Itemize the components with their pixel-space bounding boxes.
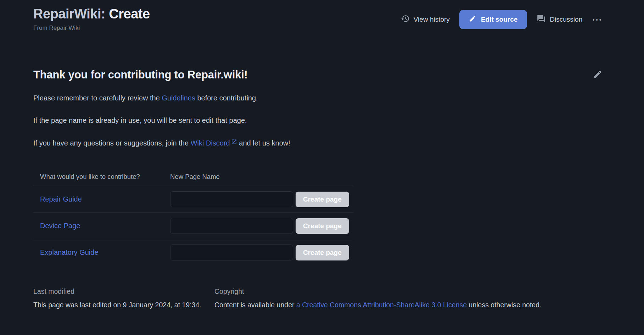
edit-source-button[interactable]: Edit source [459, 10, 527, 29]
table-row-explanatory-guide: Explanatory Guide Create page [33, 239, 354, 265]
intro-paragraph-pagename: If the page name is already in use, you … [33, 115, 603, 125]
page-header: RepairWiki: Create From Repair Wiki View… [33, 6, 603, 32]
discussion-button[interactable]: Discussion [537, 14, 582, 25]
pencil-icon [469, 15, 476, 24]
page-title: RepairWiki: Create [33, 6, 150, 22]
site-tagline: From Repair Wiki [33, 24, 150, 32]
external-link-icon [231, 138, 237, 146]
column-header-new-page-name: New Page Name [170, 173, 220, 181]
page-content-heading: Thank you for contributing to Repair.wik… [33, 68, 248, 81]
history-icon [401, 14, 410, 25]
create-device-page-button[interactable]: Create page [296, 218, 349, 234]
p3-text-after: and let us know! [237, 139, 290, 147]
view-history-button[interactable]: View history [401, 14, 450, 25]
create-repair-guide-button[interactable]: Create page [296, 192, 349, 207]
wiki-discord-label: Wiki Discord [191, 139, 230, 147]
discussion-label: Discussion [550, 16, 582, 23]
title-block: RepairWiki: Create From Repair Wiki [33, 6, 150, 32]
view-history-label: View history [414, 16, 450, 23]
contribute-table-header: What would you like to contribute? New P… [33, 173, 354, 186]
copyright-text-post: unless otherwise noted. [467, 301, 541, 309]
last-modified-text: This page was last edited on 9 January 2… [33, 301, 214, 309]
page-title-name: Create [109, 6, 150, 21]
copyright-text: Content is available under a Creative Co… [214, 301, 541, 309]
copyright-title: Copyright [214, 287, 541, 296]
create-explanatory-guide-button[interactable]: Create page [296, 245, 349, 260]
p1-text: Please remember to carefully review the [33, 94, 162, 102]
footer-copyright: Copyright Content is available under a C… [214, 287, 541, 309]
content-heading-row: Thank you for contributing to Repair.wik… [33, 68, 603, 81]
page-footer: Last modified This page was last edited … [33, 287, 603, 309]
repair-guide-name-input[interactable] [170, 191, 293, 207]
footer-last-modified: Last modified This page was last edited … [33, 287, 214, 309]
edit-source-label: Edit source [481, 16, 517, 23]
discussion-icon [537, 14, 546, 25]
cc-license-link[interactable]: a Creative Commons Attribution-ShareAlik… [296, 301, 467, 309]
contribute-table: What would you like to contribute? New P… [33, 173, 354, 265]
device-page-link[interactable]: Device Page [40, 222, 80, 230]
p3-text: If you have any questions or suggestions… [33, 139, 191, 147]
wiki-discord-link[interactable]: Wiki Discord [191, 139, 237, 147]
edit-section-button[interactable] [592, 69, 603, 81]
guidelines-link[interactable]: Guidelines [162, 94, 195, 102]
copyright-text-pre: Content is available under [214, 301, 296, 309]
p1-text-after: before contributing. [195, 94, 258, 102]
device-page-name-input[interactable] [170, 218, 293, 234]
repair-guide-link[interactable]: Repair Guide [40, 195, 82, 203]
page-actions-nav: View history Edit source Discussion ••• [401, 10, 603, 29]
explanatory-guide-name-input[interactable] [170, 245, 293, 260]
edit-pencil-icon [593, 75, 603, 80]
table-row-device-page: Device Page Create page [33, 212, 354, 239]
page-title-namespace: RepairWiki: [33, 6, 105, 21]
wiki-page: RepairWiki: Create From Repair Wiki View… [0, 0, 644, 335]
table-row-repair-guide: Repair Guide Create page [33, 186, 354, 212]
more-options-button[interactable]: ••• [592, 15, 603, 24]
last-modified-title: Last modified [33, 287, 214, 296]
intro-paragraph-guidelines: Please remember to carefully review the … [33, 93, 603, 103]
column-header-contribute: What would you like to contribute? [40, 173, 170, 181]
explanatory-guide-link[interactable]: Explanatory Guide [40, 248, 99, 256]
intro-paragraph-discord: If you have any questions or suggestions… [33, 137, 603, 148]
